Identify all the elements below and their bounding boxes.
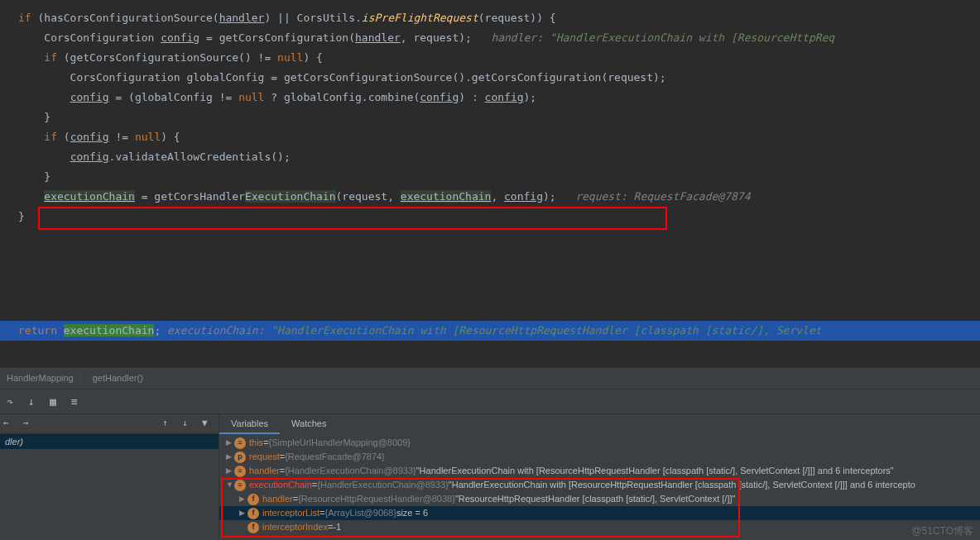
prev-frame-icon[interactable]: ← [3,418,17,431]
code-line[interactable]: if (hasCorsConfigurationSource(handler) … [18,8,980,28]
tree-row[interactable]: ▶≡this = {SimpleUrlHandlerMapping@8009} [219,436,980,450]
tabs: Variables Watches [219,414,980,434]
expand-icon[interactable]: ▶ [226,450,234,464]
code-line[interactable]: if (config != null) { [18,127,980,147]
code-line[interactable]: config = (globalConfig != null ? globalC… [18,88,980,108]
code-line[interactable]: if (getCorsConfigurationSource() != null… [18,48,980,68]
frame-toolbar: ← → ↑ ↓ ▼ [0,414,219,434]
frame-item[interactable]: dler) [0,434,219,449]
param-icon: p [234,452,246,463]
filter-icon[interactable]: ▼ [202,418,215,431]
code-editor[interactable]: if (hasCorsConfigurationSource(handler) … [0,0,980,321]
class-icon: ≡ [234,466,246,477]
debug-toolbar: ↷ ↓ ▦ ≡ [0,389,980,414]
expand-icon[interactable]: ▶ [226,464,234,478]
code-line[interactable]: config.validateAllowCredentials(); [18,147,980,167]
code-line[interactable]: CorsConfiguration globalConfig = getCors… [18,68,980,88]
chevron-icon: 〉 [79,373,88,383]
frames-panel: ← → ↑ ↓ ▼ dler) [0,414,219,540]
breadcrumb-method[interactable]: getHandler() [93,373,143,383]
debug-panel: ↷ ↓ ▦ ≡ ← → ↑ ↓ ▼ dler) Variables Watche… [0,389,980,540]
tree-row[interactable]: ▶≡handler = {HandlerExecutionChain@8933}… [219,464,980,478]
evaluate-icon[interactable]: ≡ [71,395,84,409]
breadcrumb[interactable]: HandlerMapping〉getHandler() [0,367,980,389]
code-line[interactable]: CorsConfiguration config = getCorsConfig… [18,28,980,48]
grid-icon[interactable]: ▦ [50,395,63,409]
tab-watches[interactable]: Watches [280,414,338,434]
step-over-icon[interactable]: ↷ [7,395,20,409]
tab-variables[interactable]: Variables [219,414,280,434]
down-icon[interactable]: ↓ [182,418,195,431]
code-line[interactable]: } [18,108,980,127]
step-into-icon[interactable]: ↓ [28,395,41,409]
watermark: @51CTO博客 [911,524,973,538]
highlight-box [221,478,740,538]
code-line[interactable]: } [18,167,980,187]
execution-line[interactable]: return executionChain; executionChain: "… [0,321,980,341]
next-frame-icon[interactable]: → [23,418,36,431]
up-icon[interactable]: ↑ [162,418,175,431]
highlight-box [38,207,667,230]
variables-tree[interactable]: ▶≡this = {SimpleUrlHandlerMapping@8009} … [219,434,980,540]
breadcrumb-class[interactable]: HandlerMapping [7,373,74,383]
variables-panel: Variables Watches ▶≡this = {SimpleUrlHan… [219,414,980,540]
tree-row[interactable]: ▶prequest = {RequestFacade@7874} [219,450,980,464]
code-line[interactable]: executionChain = getCorsHandlerExecution… [18,187,980,207]
class-icon: ≡ [234,437,246,449]
expand-icon[interactable]: ▶ [226,436,234,450]
